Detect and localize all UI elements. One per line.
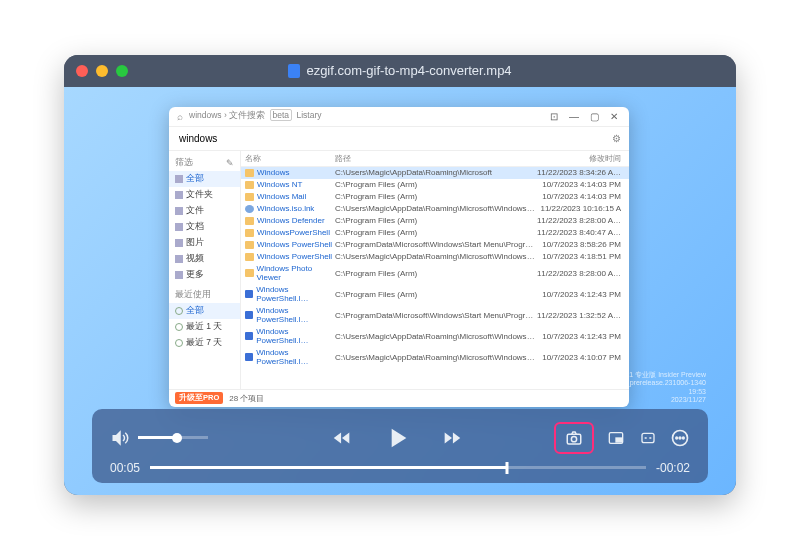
doc-icon (175, 207, 183, 215)
folder-icon (245, 217, 254, 225)
breadcrumb: windows › 文件搜索 beta Listary (189, 110, 322, 122)
settings-icon[interactable]: ⚙ (612, 133, 621, 144)
seek-bar[interactable] (150, 466, 646, 469)
time-elapsed: 00:05 (110, 461, 140, 475)
snapshot-button-highlighted[interactable] (554, 422, 594, 454)
image-icon (175, 239, 183, 247)
subtitle-button[interactable] (638, 430, 658, 446)
results-panel: 名称 路径 修改时间 WindowsC:\Users\Magic\AppData… (241, 151, 629, 389)
close-icon[interactable]: ✕ (607, 109, 621, 123)
svg-point-7 (679, 437, 681, 439)
minimize-icon[interactable]: — (567, 109, 581, 123)
folder-icon (245, 169, 254, 177)
doc-icon (175, 223, 183, 231)
rewind-button[interactable] (329, 427, 355, 449)
svg-rect-3 (616, 438, 621, 442)
clock-icon (175, 339, 183, 347)
result-row[interactable]: WindowsPowerShellC:\Program Files (Arm)1… (241, 227, 629, 239)
search-icon: ⌕ (177, 111, 183, 122)
sidebar-recent-item[interactable]: 全部 (169, 303, 240, 319)
folder-icon (245, 241, 254, 249)
sidebar: 筛选 ✎ 全部文件夹文件文档图片视频更多 最近使用 全部最近 1 天最近 7 天 (169, 151, 241, 389)
column-headers: 名称 路径 修改时间 (241, 151, 629, 167)
play-button[interactable] (381, 422, 413, 454)
svg-point-6 (676, 437, 678, 439)
sidebar-filter-item[interactable]: 文档 (169, 219, 240, 235)
result-row[interactable]: Windows PowerShellC:\Users\Magic\AppData… (241, 251, 629, 263)
ps-icon (245, 332, 253, 340)
search-window-header: ⌕ windows › 文件搜索 beta Listary ⊡ — ▢ ✕ (169, 107, 629, 127)
video-icon (175, 255, 183, 263)
more-options-button[interactable] (670, 428, 690, 448)
sidebar-filter-item[interactable]: 文件夹 (169, 187, 240, 203)
status-bar: 升级至PRO 28 个项目 (169, 389, 629, 407)
ps-icon (245, 311, 253, 319)
folder-icon (245, 253, 254, 261)
sidebar-filter-item[interactable]: 视频 (169, 251, 240, 267)
volume-control[interactable] (110, 429, 240, 447)
folder-icon (245, 229, 254, 237)
result-row[interactable]: Windows PowerShell.l…C:\Users\Magic\AppD… (241, 326, 629, 347)
sidebar-filter-item[interactable]: 文件 (169, 203, 240, 219)
ps-icon (245, 290, 253, 298)
file-icon (288, 64, 300, 78)
svg-rect-0 (567, 434, 581, 444)
ps-icon (245, 353, 253, 361)
folder-icon (245, 193, 254, 201)
result-row[interactable]: Windows DefenderC:\Program Files (Arm)11… (241, 215, 629, 227)
recent-header: 最近使用 (169, 287, 240, 303)
square-icon (175, 175, 183, 183)
video-content: ⌕ windows › 文件搜索 beta Listary ⊡ — ▢ ✕ ⚙ (64, 87, 736, 495)
result-row[interactable]: Windows NTC:\Program Files (Arm)10/7/202… (241, 179, 629, 191)
svg-point-1 (571, 436, 576, 441)
result-row[interactable]: Windows Photo ViewerC:\Program Files (Ar… (241, 263, 629, 284)
item-count: 28 个项目 (229, 393, 264, 404)
result-row[interactable]: Windows PowerShell.l…C:\Users\Magic\AppD… (241, 347, 629, 368)
more-icon (175, 271, 183, 279)
result-row[interactable]: Windows.iso.lnkC:\Users\Magic\AppData\Ro… (241, 203, 629, 215)
volume-icon[interactable] (110, 429, 130, 447)
result-row[interactable]: Windows PowerShell.l…C:\Program Files (A… (241, 284, 629, 305)
upgrade-pro-button[interactable]: 升级至PRO (175, 392, 223, 404)
time-remaining: -00:02 (656, 461, 690, 475)
window-title: ezgif.com-gif-to-mp4-converter.mp4 (64, 63, 736, 78)
edit-icon[interactable]: ✎ (226, 158, 234, 168)
windows-watermark: ws 11 专业版 Insider Preview s.ni_prereleas… (615, 371, 706, 405)
result-row[interactable]: Windows PowerShellC:\ProgramData\Microso… (241, 239, 629, 251)
iso-icon (245, 205, 254, 213)
result-row[interactable]: WindowsC:\Users\Magic\AppData\Roaming\Mi… (241, 167, 629, 179)
sidebar-recent-item[interactable]: 最近 1 天 (169, 319, 240, 335)
fast-forward-button[interactable] (439, 427, 465, 449)
search-input[interactable] (177, 131, 606, 146)
player-controls: 00:05 -00:02 (92, 409, 708, 483)
volume-slider[interactable] (138, 436, 208, 439)
clock-icon (175, 307, 183, 315)
sidebar-filter-item[interactable]: 图片 (169, 235, 240, 251)
folder-icon (245, 269, 254, 277)
folder-icon (245, 181, 254, 189)
result-row[interactable]: Windows PowerShell.l…C:\ProgramData\Micr… (241, 305, 629, 326)
clock-icon (175, 323, 183, 331)
titlebar[interactable]: ezgif.com-gif-to-mp4-converter.mp4 (64, 55, 736, 87)
maximize-icon[interactable]: ▢ (587, 109, 601, 123)
result-row[interactable]: Windows MailC:\Program Files (Arm)10/7/2… (241, 191, 629, 203)
folder-icon (175, 191, 183, 199)
video-player-window: ezgif.com-gif-to-mp4-converter.mp4 ⌕ win… (64, 55, 736, 495)
search-bar: ⚙ (169, 127, 629, 151)
sidebar-filter-item[interactable]: 全部 (169, 171, 240, 187)
filter-header: 筛选 ✎ (169, 155, 240, 171)
svg-point-8 (683, 437, 685, 439)
pip-button[interactable] (606, 430, 626, 446)
svg-rect-4 (642, 433, 654, 442)
sidebar-recent-item[interactable]: 最近 7 天 (169, 335, 240, 351)
sidebar-filter-item[interactable]: 更多 (169, 267, 240, 283)
listary-search-window: ⌕ windows › 文件搜索 beta Listary ⊡ — ▢ ✕ ⚙ (169, 107, 629, 407)
pin-icon[interactable]: ⊡ (547, 109, 561, 123)
